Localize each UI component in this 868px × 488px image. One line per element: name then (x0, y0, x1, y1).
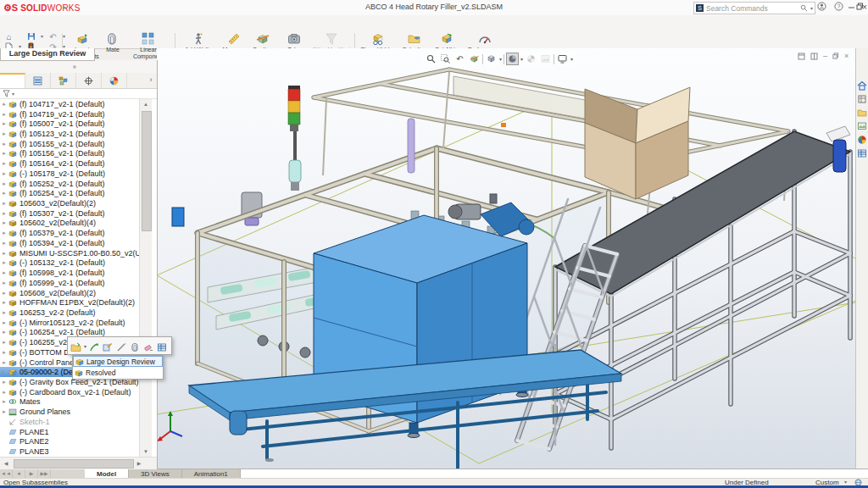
save-icon[interactable] (25, 32, 36, 42)
tree-item[interactable]: ▸105608_v2(Default)(2) (0, 288, 139, 298)
expand-arrow[interactable]: ▸ (0, 259, 8, 266)
lavender-cylinder[interactable] (408, 119, 415, 173)
open-dropdown-caret[interactable]: ▾ (84, 343, 86, 349)
horizontal-scroll-thumb[interactable] (14, 459, 134, 469)
expand-arrow[interactable]: ▸ (0, 200, 8, 207)
expand-arrow[interactable]: ▸ (0, 101, 8, 108)
tree-item[interactable]: ▸(-) Mirror105123_v2-2 (Default) (0, 318, 139, 328)
expand-arrow[interactable]: ▸ (0, 379, 8, 385)
graphics-viewport[interactable]: ↶ ▾ ▾ ▾ – × (157, 48, 855, 469)
view-orientation-icon[interactable] (485, 53, 498, 65)
view-settings-icon[interactable] (556, 53, 569, 65)
tree-item[interactable]: PLANE2 (0, 436, 139, 446)
expand-arrow[interactable]: ▸ (0, 240, 8, 247)
close-button[interactable]: × (861, 2, 868, 14)
expand-arrow[interactable]: ▸ (0, 398, 8, 405)
tree-item[interactable]: ▸(f) 104719_v2-1 (Default) (0, 109, 139, 119)
search-input[interactable]: S Search Commands ▾ (693, 2, 815, 14)
panel-splitter[interactable] (0, 60, 157, 74)
zoom-to-area-icon[interactable] (439, 53, 452, 65)
view-orientation-caret[interactable]: ▾ (499, 56, 502, 62)
scroll-up-arrow[interactable]: ▲ (141, 99, 151, 109)
expand-arrow[interactable]: ▸ (0, 250, 8, 257)
tree-item[interactable]: ▸Mates (0, 397, 139, 408)
doc-restore-button[interactable] (832, 53, 839, 59)
isolate-icon[interactable] (116, 341, 127, 352)
component-properties-icon[interactable] (157, 341, 168, 352)
scroll-left-arrow[interactable]: ◀ (1, 458, 11, 469)
expand-arrow[interactable]: ▸ (0, 111, 8, 118)
section-view-icon[interactable] (468, 53, 481, 65)
save-dropdown-caret[interactable]: ▾ (39, 32, 45, 42)
previous-view-icon[interactable]: ↶ (453, 53, 466, 65)
tree-item[interactable]: ▸(-) 105178_v2-1 (Default) (0, 169, 139, 179)
orange-fitting[interactable] (501, 123, 506, 127)
appearances-scenes-icon[interactable] (857, 133, 867, 143)
tab-large-design-review[interactable]: Large Design Review (0, 48, 95, 61)
doc-minimize-button[interactable]: – (823, 52, 827, 60)
doc-tab2-icon[interactable] (810, 53, 818, 60)
help-icon[interactable]: ? (832, 2, 844, 14)
blue-cylinder[interactable] (833, 140, 846, 172)
search-icon[interactable] (800, 4, 808, 12)
tree-item[interactable]: ▸(f) 105307_v2-1 (Default) (0, 208, 139, 219)
sensor-box[interactable] (172, 208, 184, 226)
tree-item[interactable]: ▸(f) 105156_v2-1 (Default) (0, 149, 139, 159)
tree-item[interactable]: ▸(f) 105998_v2-1 (Default) (0, 268, 139, 278)
mate-button[interactable]: Mate (102, 31, 124, 63)
tree-item[interactable]: PLANE3 (0, 446, 139, 457)
tab-dimxpertmanager[interactable] (76, 73, 102, 88)
expand-arrow[interactable]: ▸ (0, 329, 8, 336)
tree-item[interactable]: PLANE1 (0, 427, 139, 437)
tree-item[interactable]: ▸105603_v2(Default)(2) (0, 198, 139, 208)
conveyor-motor[interactable] (230, 411, 247, 435)
zoom-to-fit-icon[interactable] (425, 53, 437, 65)
edit-icon[interactable] (103, 341, 114, 352)
tree-item[interactable]: ▸(f) 105252_v2-1 (Default) (0, 179, 139, 189)
expand-arrow[interactable]: ▸ (0, 359, 8, 366)
expand-arrow[interactable]: ▸ (0, 319, 8, 326)
home-icon[interactable]: ⌂ (3, 32, 14, 42)
vertical-scroll-thumb[interactable] (142, 111, 152, 231)
tree-item[interactable]: ▸(f) 105379_v2-1 (Default) (0, 228, 139, 238)
tree-item[interactable]: ▸(f) 105123_v2-1 (Default) (0, 129, 139, 139)
expand-arrow[interactable]: ▸ (0, 309, 8, 316)
expand-arrow[interactable]: ▸ (0, 219, 8, 226)
end-plate[interactable] (826, 126, 850, 141)
undo-icon[interactable]: ↶ (47, 32, 58, 42)
open-button[interactable] (70, 341, 81, 352)
attach-icon[interactable] (130, 341, 141, 352)
tree-item[interactable]: ▸(f) 105155_v2-1 (Default) (0, 139, 139, 149)
tree-item[interactable]: ▸(f) 105254_v2-1 (Default) (0, 188, 139, 198)
custom-properties-icon[interactable] (857, 147, 867, 157)
tree-item[interactable]: ▸(-) 105132_v2-1 (Default) (0, 258, 139, 269)
insert-icon[interactable] (89, 341, 100, 352)
expand-arrow[interactable]: ▸ (0, 120, 8, 127)
expand-arrow[interactable]: ▸ (0, 389, 8, 396)
view-palette-icon[interactable] (857, 119, 867, 130)
tree-vertical-scrollbar[interactable]: ▲ ▼ (139, 99, 152, 457)
erase-icon[interactable] (143, 341, 154, 352)
expand-arrow[interactable]: ▸ (0, 210, 8, 217)
tree-item[interactable]: ▸106253_v2-2 (Default) (0, 308, 139, 318)
expand-arrow[interactable]: ▸ (0, 369, 8, 375)
display-style-caret[interactable]: ▾ (520, 56, 523, 62)
menu-item-large-design-review[interactable]: Large Design Review (73, 356, 163, 367)
stack-light[interactable] (288, 86, 301, 191)
search-dropdown-caret[interactable]: ▾ (810, 5, 813, 11)
expand-arrow[interactable]: ▸ (0, 339, 8, 346)
tree-item[interactable]: ▸105602_v2(Default)(4) (0, 219, 139, 229)
tree-item[interactable]: ▸(f) 105007_v2-1 (Default) (0, 119, 139, 129)
tree-item[interactable]: ▸MISUMI U-SSCSP1.00-B0.50_v2(U-SSCSP(304… (0, 248, 139, 258)
tree-item[interactable]: ▸(f) 104717_v2-1 (Default) (0, 99, 139, 109)
expand-arrow[interactable]: ▸ (0, 280, 8, 286)
doc-close-button[interactable]: × (844, 52, 849, 60)
tree-item[interactable]: ▸(f) 105999_v2-1 (Default) (0, 278, 139, 288)
expand-arrow[interactable]: ▸ (0, 349, 8, 356)
solidworks-resources-icon[interactable] (857, 79, 867, 89)
tab-featuremanager[interactable] (0, 73, 25, 88)
menu-item-resolved[interactable]: Resolved (73, 367, 163, 378)
display-style-icon[interactable] (506, 53, 519, 65)
tab-configurationmanager[interactable] (51, 73, 76, 88)
login-icon[interactable] (815, 2, 827, 14)
